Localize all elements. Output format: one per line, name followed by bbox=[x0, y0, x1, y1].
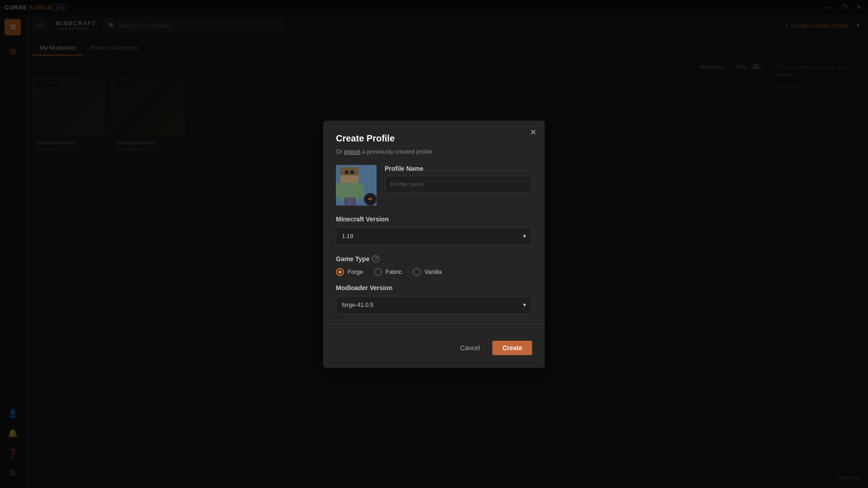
svg-rect-7 bbox=[359, 183, 364, 197]
profile-image-edit-icon[interactable]: ✏ bbox=[364, 193, 377, 206]
minecraft-version-value: 1.19 bbox=[342, 233, 353, 239]
radio-vanilla-circle bbox=[413, 268, 421, 276]
modloader-version-label: Modloader Version bbox=[336, 284, 532, 291]
svg-rect-3 bbox=[345, 170, 349, 174]
game-type-label: Game Type bbox=[336, 255, 369, 263]
profile-image-container: ✏ bbox=[336, 165, 377, 206]
svg-rect-2 bbox=[340, 167, 359, 175]
modal-subtitle: Or import a previously created profile bbox=[336, 148, 532, 155]
game-type-radio-group: Forge Fabric Vanilla bbox=[336, 268, 532, 276]
svg-rect-9 bbox=[350, 197, 356, 206]
radio-forge-inner bbox=[338, 270, 342, 274]
minecraft-version-section: Minecraft Version 1.19 ▾ bbox=[336, 216, 532, 245]
svg-rect-8 bbox=[344, 197, 349, 206]
profile-name-input[interactable] bbox=[385, 176, 532, 193]
game-type-section: Game Type ? Forge Fabric bbox=[336, 255, 532, 276]
modloader-version-dropdown[interactable]: forge-41.0.5 ▾ bbox=[336, 296, 532, 314]
minecraft-version-dropdown[interactable]: 1.19 ▾ bbox=[336, 227, 532, 245]
radio-forge[interactable]: Forge bbox=[336, 268, 363, 276]
import-link[interactable]: import bbox=[344, 148, 360, 155]
cancel-button[interactable]: Cancel bbox=[452, 341, 488, 355]
modloader-version-section: Modloader Version forge-41.0.5 ▾ bbox=[336, 284, 532, 314]
profile-name-label: Profile Name bbox=[385, 165, 532, 172]
create-button[interactable]: Create bbox=[492, 341, 532, 355]
svg-rect-4 bbox=[350, 170, 354, 174]
modal-title: Create Profile bbox=[336, 133, 532, 144]
radio-vanilla-label: Vanilla bbox=[425, 268, 442, 275]
create-profile-modal: ✕ Create Profile Or import a previously … bbox=[323, 121, 545, 368]
radio-forge-circle bbox=[336, 268, 344, 276]
minecraft-version-label: Minecraft Version bbox=[336, 216, 532, 223]
radio-forge-label: Forge bbox=[348, 268, 363, 275]
modal-footer: Cancel Create bbox=[336, 333, 532, 355]
modal-close-button[interactable]: ✕ bbox=[527, 126, 539, 139]
modloader-version-chevron: ▾ bbox=[523, 301, 526, 308]
game-type-header: Game Type ? bbox=[336, 255, 532, 263]
profile-section: ✏ Profile Name bbox=[336, 165, 532, 206]
modal-divider bbox=[323, 324, 545, 324]
radio-fabric-label: Fabric bbox=[386, 268, 402, 275]
game-type-help-icon[interactable]: ? bbox=[372, 255, 379, 263]
radio-fabric[interactable]: Fabric bbox=[374, 268, 402, 276]
profile-name-section: Profile Name bbox=[385, 165, 532, 206]
svg-rect-6 bbox=[336, 183, 341, 197]
minecraft-version-chevron: ▾ bbox=[523, 233, 526, 239]
radio-fabric-circle bbox=[374, 268, 382, 276]
radio-vanilla[interactable]: Vanilla bbox=[413, 268, 442, 276]
modloader-version-value: forge-41.0.5 bbox=[342, 301, 373, 308]
modal-overlay: ✕ Create Profile Or import a previously … bbox=[0, 0, 868, 488]
